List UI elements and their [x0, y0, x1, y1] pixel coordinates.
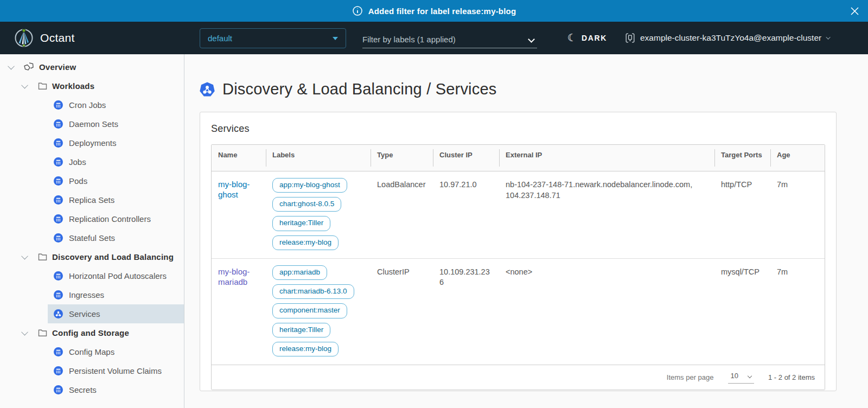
stateful-sets-icon [54, 233, 63, 243]
app-header: Octant default Filter by labels (1 appli… [0, 22, 868, 54]
table-row-my-blog-mariadb: my-blog-mariadbapp:mariadbchart:mariadb-… [212, 259, 825, 365]
label-filter-dropdown[interactable]: Filter by labels (1 applied) [362, 30, 537, 48]
label-tag[interactable]: chart:mariadb-6.13.0 [272, 284, 354, 299]
moon-icon: ☾ [567, 33, 577, 43]
label-tag[interactable]: heritage:Tiller [272, 216, 330, 231]
secrets-icon [54, 385, 63, 394]
sidebar-item-label: Config and Storage [52, 328, 129, 337]
sidebar-item-overview[interactable]: Overview [0, 58, 184, 76]
expand-caret-icon[interactable] [20, 84, 29, 88]
label-tag[interactable]: app:my-blog-ghost [272, 178, 347, 193]
label-tag[interactable]: heritage:Tiller [272, 323, 330, 337]
chevron-down-icon [748, 374, 752, 378]
namespace-value: default [208, 34, 232, 43]
sidebar-item-label: Persistent Volume Claims [69, 366, 162, 375]
label-tag[interactable]: chart:ghost-8.0.5 [272, 197, 341, 212]
services-table: NameLabelsTypeCluster IPExternal IPTarge… [211, 144, 825, 390]
sidebar-item-label: Overview [39, 62, 76, 72]
sidebar-item-cron-jobs[interactable]: Cron Jobs [48, 95, 184, 114]
column-header-age: Age [770, 145, 825, 171]
chevron-down-icon [528, 36, 535, 43]
external-ip-cell: <none> [499, 259, 714, 365]
page-title: Discovery & Load Balancing / Services [222, 80, 496, 98]
sidebar-item-replication-controllers[interactable]: Replication Controllers [48, 209, 184, 228]
sidebar-item-label: Config Maps [69, 347, 114, 356]
sidebar-item-secrets[interactable]: Secrets [48, 380, 184, 399]
jobs-icon [54, 157, 63, 167]
replica-sets-icon [54, 195, 63, 205]
namespace-select[interactable]: default [200, 28, 346, 48]
folder-icon [38, 253, 47, 261]
sidebar-item-label: Replica Sets [69, 195, 114, 205]
notification-bar: Added filter for label release:my-blog [0, 0, 868, 22]
sidebar-item-stateful-sets[interactable]: Stateful Sets [48, 228, 184, 247]
sidebar: OverviewWorkloadsCron JobsDaemon SetsDep… [0, 54, 184, 408]
sidebar-item-label: Replication Controllers [69, 214, 151, 224]
sidebar-item-discovery-and-load-balancing[interactable]: Discovery and Load Balancing [0, 247, 184, 266]
expand-caret-icon[interactable] [7, 65, 15, 69]
sidebar-item-services[interactable]: Services [48, 304, 184, 323]
type-cell: LoadBalancer [371, 171, 433, 258]
daemon-sets-icon [54, 119, 63, 129]
label-tag[interactable]: release:my-blog [272, 235, 339, 250]
table-row-my-blog-ghost: my-blog-ghostapp:my-blog-ghostchart:ghos… [212, 171, 825, 259]
folder-icon [38, 329, 47, 337]
expand-caret-icon[interactable] [20, 330, 29, 335]
items-per-page-select[interactable]: 10 [728, 371, 754, 384]
cluster-selector[interactable]: example-cluster-ka3TuTzYo4a@example-clus… [625, 22, 831, 54]
age-cell: 7m [770, 171, 825, 258]
card-title: Services [211, 123, 825, 135]
caret-down-icon [333, 37, 338, 40]
service-name-link[interactable]: my-blog-mariadb [218, 267, 259, 288]
octant-logo-icon [13, 27, 35, 49]
column-header-name: Name [212, 145, 266, 171]
horizontal-pod-autoscalers-icon [54, 271, 63, 280]
sidebar-item-jobs[interactable]: Jobs [48, 152, 184, 171]
main-content: Discovery & Load Balancing / Services Se… [184, 54, 868, 408]
sidebar-item-pods[interactable]: Pods [48, 171, 184, 190]
config-maps-icon [54, 347, 63, 356]
age-cell: 7m [770, 259, 825, 365]
theme-toggle-button[interactable]: ☾ DARK [567, 22, 607, 54]
items-per-page-value: 10 [731, 372, 738, 380]
services-icon [54, 309, 63, 318]
label-tag[interactable]: release:my-blog [272, 342, 339, 356]
table-body: my-blog-ghostapp:my-blog-ghostchart:ghos… [212, 171, 825, 365]
table-footer: Items per page 10 1 - 2 of 2 items [212, 365, 825, 390]
service-name-link[interactable]: my-blog-ghost [218, 180, 259, 200]
sidebar-item-deployments[interactable]: Deployments [48, 133, 184, 152]
overview-icon [23, 62, 34, 72]
notification-message: Added filter for label release:my-blog [368, 7, 516, 16]
sidebar-item-workloads[interactable]: Workloads [0, 76, 184, 95]
labels-cell: app:my-blog-ghostchart:ghost-8.0.5herita… [266, 170, 371, 258]
close-icon[interactable] [848, 5, 860, 17]
brand: Octant [13, 27, 75, 49]
external-ip-cell: nb-104-237-148-71.newark.nodebalancer.li… [499, 171, 714, 258]
label-tag[interactable]: app:mariadb [272, 265, 327, 280]
column-header-target-ports: Target Ports [714, 145, 770, 171]
sidebar-item-daemon-sets[interactable]: Daemon Sets [48, 114, 184, 133]
sidebar-item-config-and-storage[interactable]: Config and Storage [0, 323, 184, 342]
sidebar-item-horizontal-pod-autoscalers[interactable]: Horizontal Pod Autoscalers [48, 266, 184, 285]
chevron-down-icon [826, 35, 831, 39]
sidebar-item-label: Workloads [52, 81, 94, 91]
sidebar-item-label: Pods [69, 176, 87, 186]
sidebar-item-ingresses[interactable]: Ingresses [48, 285, 184, 304]
cluster-ip-cell: 10.97.21.0 [433, 171, 499, 258]
sidebar-item-config-maps[interactable]: Config Maps [48, 342, 184, 361]
column-header-cluster-ip: Cluster IP [433, 145, 499, 171]
replication-controllers-icon [54, 214, 63, 224]
sidebar-item-label: Cron Jobs [69, 100, 106, 110]
info-icon [352, 5, 363, 16]
page-title-row: Discovery & Load Balancing / Services [200, 80, 868, 98]
sidebar-item-persistent-volume-claims[interactable]: Persistent Volume Claims [48, 361, 184, 380]
expand-caret-icon[interactable] [20, 254, 29, 259]
sidebar-item-label: Services [69, 309, 100, 318]
deployments-icon [54, 138, 63, 148]
label-tag[interactable]: component:master [272, 303, 347, 318]
sidebar-item-replica-sets[interactable]: Replica Sets [48, 190, 184, 209]
type-cell: ClusterIP [371, 259, 433, 365]
sidebar-item-label: Secrets [69, 385, 97, 394]
sidebar-item-label: Discovery and Load Balancing [52, 252, 174, 262]
pods-icon [54, 176, 63, 186]
